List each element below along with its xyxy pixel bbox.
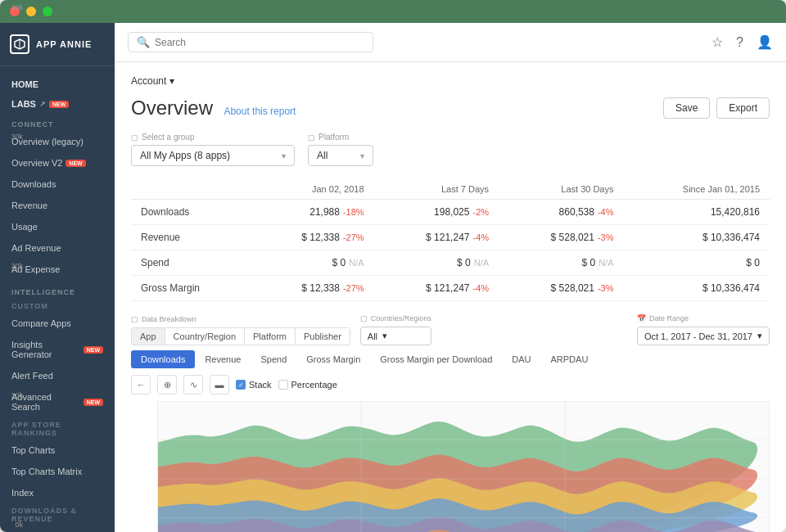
breakdown-tab-platform[interactable]: Platform [245, 328, 296, 345]
metric-tab-downloads[interactable]: Downloads [131, 350, 195, 368]
minimize-button[interactable] [26, 7, 36, 16]
external-icon: ↗ [39, 100, 46, 108]
stack-toggle[interactable]: ✓ Stack [236, 380, 272, 390]
content-inner: Account ▾ Overview About this report Sav… [115, 62, 786, 532]
countries-label: ▢ Countries/Regions [360, 314, 431, 322]
chart-tools: ← ⊕ ∿ ▬ ✓ Stack Percentage [131, 375, 770, 394]
new-badge-insights: NEW [84, 346, 103, 354]
about-report-link[interactable]: About this report [224, 106, 296, 117]
breakdown-label: ▢ Data Breakdown [131, 315, 350, 323]
new-badge-v2: NEW [66, 160, 85, 167]
countries-section: ▢ Countries/Regions All ▾ [360, 314, 431, 345]
line-chart-button[interactable]: ∿ [183, 375, 203, 394]
export-button[interactable]: Export [716, 97, 770, 119]
breakdown-tabs: App Country/Region Platform Publisher [131, 327, 350, 345]
table-row: Revenue $ 12,338-27% $ 121,247-4% $ 528,… [131, 225, 770, 250]
stats-table: Jan 02, 2018 Last 7 Days Last 30 Days Si… [131, 179, 770, 301]
group-select[interactable]: All My Apps (8 apps) ▾ [131, 145, 295, 166]
chevron-down-icon: ▾ [282, 151, 286, 160]
header-actions: Save Export [663, 97, 770, 119]
metric-tabs: DownloadsRevenueSpendGross MarginGross M… [131, 350, 770, 368]
star-icon[interactable]: ☆ [711, 34, 723, 50]
last7-cell: $ 121,247-4% [374, 276, 499, 301]
table-row: Gross Margin $ 12,338-27% $ 121,247-4% $… [131, 276, 770, 301]
col-header-since: Since Jan 01, 2015 [623, 179, 770, 200]
group-filter: ▢ Select a group All My Apps (8 apps) ▾ [131, 133, 295, 166]
save-button[interactable]: Save [663, 97, 710, 119]
user-icon[interactable]: 👤 [757, 34, 773, 50]
account-bar[interactable]: Account ▾ [131, 75, 770, 87]
chevron-down-icon-countries: ▾ [382, 331, 387, 341]
metric-cell: Revenue [131, 225, 250, 250]
chevron-down-icon-date: ▾ [757, 331, 762, 341]
platform-select[interactable]: All ▾ [308, 145, 373, 166]
chart-controls-top: ▢ Data Breakdown App Country/Region Plat… [131, 314, 770, 345]
breakdown-tab-app[interactable]: App [132, 328, 165, 345]
metric-tab-arpdau[interactable]: ARPDAU [541, 350, 599, 368]
help-icon[interactable]: ? [736, 35, 743, 50]
col-header-last30: Last 30 Days [499, 179, 623, 200]
zoom-in-button[interactable]: ⊕ [157, 375, 177, 394]
since-cell: 15,420,816 [623, 200, 770, 225]
since-cell: $ 10,336,474 [623, 276, 770, 301]
jan02-cell: 21,988-18% [250, 200, 374, 225]
last30-cell: $ 0N/A [499, 250, 623, 276]
metric-tab-revenue[interactable]: Revenue [195, 350, 251, 368]
chart-wrapper: 40k 30k 20k 10k 0k [131, 401, 770, 532]
app-body: APP ANNIE HOME LABS ↗ NEW CONNECT Overvi… [0, 23, 786, 532]
last7-cell: 198,025-2% [374, 200, 499, 225]
account-label: Account ▾ [131, 75, 174, 87]
content-area: Account ▾ Overview About this report Sav… [115, 62, 786, 532]
titlebar [0, 0, 786, 23]
last30-cell: 860,538-4% [499, 200, 623, 225]
metric-tab-spend[interactable]: Spend [251, 350, 296, 368]
topbar-icons: ☆ ? 👤 [711, 34, 773, 50]
page-title-group: Overview About this report [131, 97, 296, 119]
breakdown-tab-country[interactable]: Country/Region [165, 328, 245, 345]
platform-filter: ▢ Platform All ▾ [308, 133, 373, 166]
new-badge-adv: NEW [84, 399, 103, 406]
last7-cell: $ 0N/A [374, 250, 499, 276]
date-range-button[interactable]: Oct 1, 2017 - Dec 31, 2017 ▾ [637, 327, 770, 345]
breakdown-tab-publisher[interactable]: Publisher [296, 328, 350, 345]
date-range-section: 📅 Date Range Oct 1, 2017 - Dec 31, 2017 … [637, 314, 770, 345]
jan02-cell: $ 0N/A [250, 250, 374, 276]
table-row: Spend $ 0N/A $ 0N/A $ 0N/A $ 0 [131, 250, 770, 276]
topbar: 🔍 ☆ ? 👤 [115, 23, 786, 62]
platform-filter-label: ▢ Platform [308, 133, 373, 142]
search-icon: 🔍 [137, 36, 150, 48]
new-badge: NEW [49, 101, 69, 108]
percentage-checkbox [278, 380, 288, 390]
last7-cell: $ 121,247-4% [374, 225, 499, 250]
breakdown-section: ▢ Data Breakdown App Country/Region Plat… [131, 315, 350, 345]
last30-cell: $ 528,021-3% [499, 225, 623, 250]
col-header-metric [131, 179, 250, 200]
table-row: Downloads 21,988-18% 198,025-2% 860,538-… [131, 200, 770, 225]
metric-cell: Gross Margin [131, 276, 250, 301]
maximize-button[interactable] [43, 7, 52, 16]
metric-tab-dau[interactable]: DAU [502, 350, 540, 368]
chart-svg [158, 402, 769, 532]
jan02-cell: $ 12,338-27% [250, 225, 374, 250]
zoom-out-button[interactable]: ← [131, 375, 151, 394]
metric-tab-gross-margin[interactable]: Gross Margin [296, 350, 370, 368]
page-header: Overview About this report Save Export [131, 97, 770, 119]
main-area: 🔍 ☆ ? 👤 Account ▾ [115, 23, 786, 532]
search-box[interactable]: 🔍 [128, 32, 373, 52]
date-range-label: 📅 Date Range [637, 314, 770, 322]
percentage-toggle[interactable]: Percentage [278, 380, 337, 390]
search-input[interactable] [155, 37, 364, 48]
logo-text: APP ANNIE [36, 39, 92, 49]
chevron-down-icon-platform: ▾ [360, 151, 364, 160]
metric-tab-gross-margin-per-download[interactable]: Gross Margin per Download [370, 350, 502, 368]
bar-chart-button[interactable]: ▬ [210, 375, 229, 394]
col-header-last7: Last 7 Days [374, 179, 499, 200]
since-cell: $ 0 [623, 250, 770, 276]
filters-row: ▢ Select a group All My Apps (8 apps) ▾ … [131, 133, 770, 166]
last30-cell: $ 528,021-3% [499, 276, 623, 301]
app-window: APP ANNIE HOME LABS ↗ NEW CONNECT Overvi… [0, 0, 786, 532]
col-header-jan02: Jan 02, 2018 [250, 179, 374, 200]
since-cell: $ 10,336,474 [623, 225, 770, 250]
countries-select[interactable]: All ▾ [360, 327, 431, 345]
metric-cell: Spend [131, 250, 250, 276]
